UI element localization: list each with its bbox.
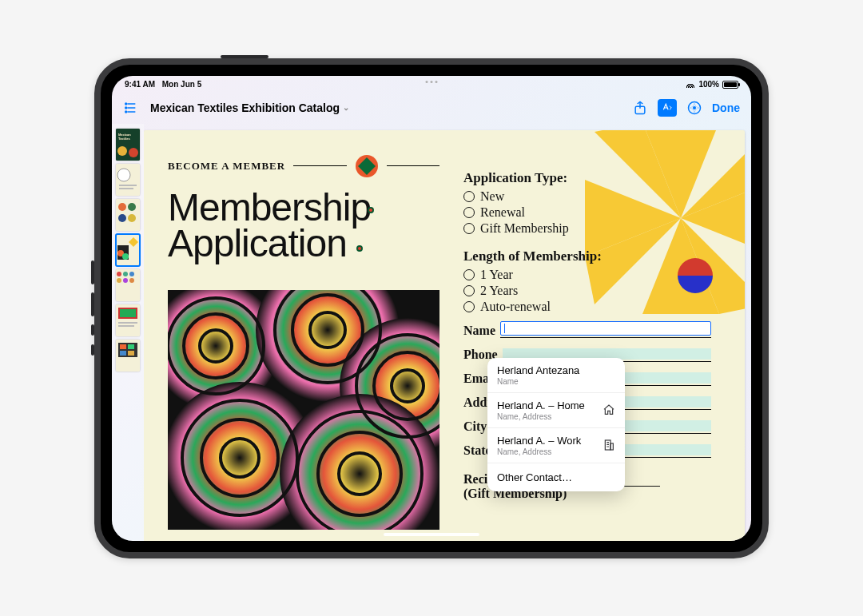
status-bar: 9:41 AM Mon Jun 5 100%	[112, 76, 751, 92]
svg-rect-17	[119, 188, 133, 189]
ipad-side-button	[91, 324, 94, 336]
textile-artwork	[168, 290, 439, 530]
svg-point-11	[129, 148, 138, 157]
thumbnail-page[interactable]	[116, 340, 140, 372]
zip-input[interactable]	[619, 443, 711, 458]
status-date: Mon Jun 5	[162, 80, 201, 89]
radio-new[interactable]: New	[463, 189, 711, 204]
svg-point-19	[118, 203, 126, 211]
svg-rect-42	[128, 344, 134, 349]
page-thumbnails[interactable]: MexicanTextiles	[112, 124, 144, 541]
toolbar: Mexican Textiles Exhibition Catalog ⌄ Do…	[112, 92, 751, 124]
svg-point-30	[129, 272, 134, 276]
become-member-heading: BECOME A MEMBER	[168, 160, 285, 173]
autofill-suggestion[interactable]: Herland A. – WorkName, Address	[487, 428, 625, 463]
svg-rect-41	[120, 344, 126, 349]
svg-point-29	[123, 272, 128, 276]
label-city: City	[463, 419, 487, 434]
radio-auto[interactable]: Auto-renewal	[463, 300, 711, 314]
svg-point-26	[122, 253, 129, 260]
page-title: Membership Application	[168, 189, 439, 262]
svg-point-20	[128, 203, 136, 211]
svg-point-4	[125, 107, 127, 109]
label-name: Name	[463, 324, 495, 338]
home-icon	[603, 403, 615, 416]
battery-percent: 100%	[698, 80, 719, 89]
svg-rect-77	[610, 443, 613, 450]
autofill-suggestion[interactable]: Herland A. – HomeName, Address	[487, 393, 625, 428]
search-button[interactable]	[685, 98, 704, 117]
svg-point-8	[694, 106, 696, 109]
radio-renewal[interactable]: Renewal	[463, 205, 711, 220]
share-button[interactable]	[630, 98, 650, 117]
name-input[interactable]	[500, 324, 711, 338]
radio-1year[interactable]: 1 Year	[463, 268, 711, 282]
svg-rect-16	[119, 185, 137, 186]
decoration-diamond-circle	[355, 154, 379, 178]
status-time: 9:41 AM	[125, 80, 155, 89]
thumbnail-page[interactable]: MexicanTextiles	[116, 129, 140, 161]
radio-gift[interactable]: Gift Membership	[463, 221, 711, 236]
document-title-button[interactable]: Mexican Textiles Exhibition Catalog ⌄	[150, 101, 349, 114]
rule-line	[387, 165, 439, 166]
svg-rect-76	[605, 440, 610, 450]
svg-point-3	[125, 103, 127, 105]
svg-rect-37	[118, 322, 137, 324]
svg-rect-36	[120, 309, 136, 317]
ipad-side-button	[91, 260, 94, 284]
svg-rect-38	[118, 325, 134, 327]
pdf-page[interactable]: BECOME A MEMBER Membership Application	[144, 130, 745, 541]
sidebar-toggle-button[interactable]	[123, 98, 142, 117]
thumbnail-page[interactable]	[116, 269, 140, 301]
svg-point-5	[125, 111, 127, 113]
thumbnail-page[interactable]	[116, 304, 140, 336]
radio-2years[interactable]: 2 Years	[463, 284, 711, 298]
wifi-icon	[686, 81, 695, 88]
ipad-side-button	[91, 292, 94, 316]
svg-point-15	[117, 169, 130, 181]
ipad-frame: 9:41 AM Mon Jun 5 100% Mexican Textiles …	[94, 58, 769, 558]
done-button[interactable]: Done	[712, 101, 740, 114]
svg-rect-44	[128, 351, 134, 356]
svg-point-22	[128, 214, 136, 222]
thumbnail-page[interactable]	[116, 164, 140, 196]
rule-line	[293, 165, 346, 166]
field-name-row: Name	[463, 324, 711, 338]
document-title: Mexican Textiles Exhibition Catalog	[150, 101, 340, 114]
multitask-grabber[interactable]	[426, 81, 438, 83]
ipad-top-button	[221, 55, 268, 58]
thumbnail-page[interactable]	[116, 199, 140, 231]
autofill-suggestion[interactable]: Herland AntezanaName	[487, 358, 625, 393]
building-icon	[603, 439, 615, 451]
svg-point-28	[117, 272, 121, 276]
length-heading: Length of Membership:	[463, 248, 711, 264]
markup-button[interactable]	[658, 98, 677, 117]
home-indicator[interactable]	[384, 533, 479, 536]
battery-icon	[722, 81, 738, 89]
ipad-side-button	[91, 344, 94, 356]
svg-point-31	[117, 278, 121, 283]
svg-point-32	[123, 278, 128, 283]
autofill-other-contact[interactable]: Other Contact…	[487, 463, 625, 491]
chevron-down-icon: ⌄	[343, 103, 349, 112]
svg-rect-18	[116, 199, 140, 231]
svg-rect-43	[120, 351, 126, 356]
screen: 9:41 AM Mon Jun 5 100% Mexican Textiles …	[112, 76, 751, 541]
svg-text:Textiles: Textiles	[118, 137, 130, 141]
autofill-popover: Herland AntezanaName Herland A. – HomeNa…	[487, 358, 625, 491]
application-type-heading: Application Type:	[463, 170, 711, 186]
thumbnail-page[interactable]	[116, 234, 140, 266]
svg-point-10	[117, 146, 127, 156]
svg-point-33	[129, 278, 134, 283]
svg-point-21	[118, 214, 126, 222]
